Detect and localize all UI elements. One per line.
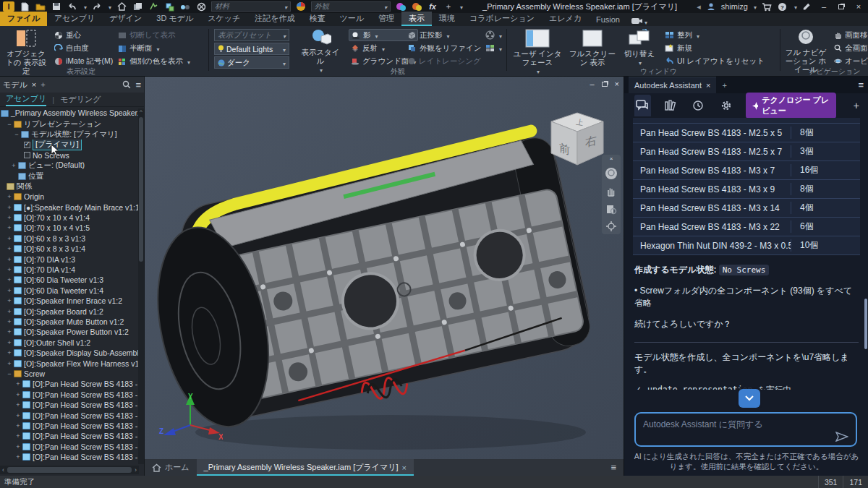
user-name[interactable]: shimizg [721,2,748,11]
lights-combo[interactable]: Default Lights [214,43,289,55]
tree-scroll-up-icon[interactable]: ^ [138,108,144,116]
table-row[interactable]: Pan Head Screw BS 4183 - M3 x 22 6個 [633,217,860,236]
close-button[interactable]: × [852,1,865,12]
assistant-add-tab-icon[interactable]: + [722,81,726,90]
home-doc-tab[interactable]: ホーム [145,459,197,476]
tab-inspect[interactable]: 検査 [302,12,333,26]
new-file-icon[interactable] [19,1,30,12]
tab-file[interactable]: ファイル [0,12,47,26]
tab-sketch[interactable]: スケッチ [200,12,247,26]
tree-component-node[interactable]: +[O]:Speaker Display Sub-Assembly v1:2 [0,348,139,358]
tree-screw-node[interactable]: +[O]:Pan Head Screw BS 4183 - M2 [0,410,139,420]
visual-preset-combo[interactable]: 表示プリセット [214,29,289,41]
pan-button[interactable]: 画面移動 [832,29,868,41]
quick-access-add-icon[interactable]: + [443,1,454,12]
active-doc-tab[interactable]: _Primary Assembly Wireless Speaker.iam [… [197,459,414,476]
arrange-button[interactable]: 整列 [663,29,767,41]
table-row[interactable]: Pan Head Screw BS 4183 - M3 x 7 16個 [633,160,860,179]
undo-icon[interactable] [67,1,78,12]
tab-environments[interactable]: 環境 [432,12,462,26]
tree-component-node[interactable]: +[O]:Outer Shell v1:2 [0,338,139,348]
tab-annotate[interactable]: 注記を作成 [247,12,302,26]
tree-component-node[interactable]: +[O]:Speaker Board v1:2 [0,306,139,316]
insert-component-icon[interactable] [163,1,175,12]
clear-appearance-icon[interactable] [411,1,422,12]
appearance-combo[interactable]: 外観 [311,1,391,12]
collapse-title-icon[interactable]: ◂ [697,2,701,12]
viewport-minimize-icon[interactable]: – [590,80,594,88]
tree-component-node[interactable]: +[O]:60 Dia Tweeter v1:4 [0,286,139,296]
assistant-chat-scroll[interactable]: Pan Head Screw BS 4183 - M2.5 x 5 8個 Pan… [624,118,868,390]
nav-toolbar-close-icon[interactable]: × [610,157,613,161]
tab-design[interactable]: デザイン [102,12,149,26]
orthographic-button[interactable]: 正投影 [405,29,483,41]
tree-screw-node[interactable]: +[O]:Pan Head Screw BS 4183 - M2 [0,442,139,452]
viewport-restore-icon[interactable] [602,82,608,87]
open-file-icon[interactable] [35,1,46,12]
joint-icon[interactable] [179,1,191,12]
cart-icon[interactable] [761,1,773,12]
scroll-to-bottom-button[interactable] [739,389,760,408]
tree-screw-node[interactable]: +[O]:Pan Head Screw BS 4183 - M2 [0,400,139,410]
subtab-assembly[interactable]: アセンブリ [6,93,46,106]
viewport-close-icon[interactable]: × [615,80,619,88]
help-icon[interactable]: ? [777,1,788,12]
degrees-of-freedom-button[interactable]: 自由度 [52,42,115,54]
user-caret-icon[interactable] [752,2,757,11]
primary-state-checkbox[interactable] [24,142,30,148]
reset-ui-button[interactable]: UI レイアウトをリセット [663,55,767,67]
nav-wheel-tool-icon[interactable] [605,167,618,180]
model-panel-tab[interactable]: モデル [3,80,27,90]
tree-component-node[interactable]: +[O]:70 x 10 x 4 v1:4 [0,213,139,223]
tree-component-node[interactable]: +[O]:60 x 8 x 3 v1:4 [0,244,139,254]
model-panel-tab-close-icon[interactable]: × [32,80,36,89]
texture-display-button[interactable] [483,42,504,54]
chat-tab-icon[interactable] [634,95,651,116]
assistant-tab-close-icon[interactable]: × [706,81,710,90]
tree-node-relations[interactable]: 関係 [0,181,139,192]
tree-component-node[interactable]: +[O]:60 Dia Tweeter v1:3 [0,275,139,285]
send-icon[interactable] [835,432,848,442]
tab-view[interactable]: 表示 [401,12,432,26]
tab-assembly[interactable]: アセンブリ [47,12,102,26]
feedback-icon[interactable] [801,1,813,12]
table-row[interactable]: Pan Head Screw BS 4183 - M3 x 14 4個 [633,198,860,217]
tree-component-node[interactable]: +[O]:Speaker Flex Wire Harness v1:3 [0,358,139,368]
assistant-input[interactable]: Autodesk Assistant に質問する [634,412,857,447]
doc-tab-close-icon[interactable]: × [402,463,407,472]
redo-caret-icon[interactable] [107,2,111,11]
tree-scroll-left-icon[interactable]: ‹ [2,466,4,474]
tree-node-representations[interactable]: −リプレゼンテーション [0,119,139,129]
tree-node-screw-folder[interactable]: −Screw [0,369,139,379]
tree-screw-node[interactable]: +[O]:Pan Head Screw BS 4183 - M3 [0,431,139,441]
tree-vertical-scrollbar[interactable]: ^ [138,108,144,464]
tree-node-primary-state[interactable]: [プライマリ] [0,140,139,150]
camera-record-icon[interactable] [631,16,643,26]
new-chat-icon[interactable]: + [848,100,861,111]
tab-manage[interactable]: 管理 [371,12,401,26]
pan-tool-icon[interactable] [605,186,617,197]
library-tab-icon[interactable] [663,95,679,116]
tree-component-node[interactable]: +[O]:70 DIA v1:4 [0,265,139,275]
help-caret-icon[interactable] [793,2,797,11]
theme-combo[interactable]: ダーク [214,56,289,69]
inventor-logo-icon[interactable]: I [3,1,14,12]
ray-tracing-button[interactable]: レイトレーシング [405,55,483,67]
section-view-button[interactable]: 切断して表示 [116,29,192,41]
orbit-button[interactable]: オービット [832,55,868,67]
user-avatar-icon[interactable] [705,1,717,12]
table-row[interactable]: Pan Head Screw BS 4183 - M2.5 x 5 8個 [633,123,860,142]
settings-gear-icon[interactable] [718,95,735,116]
tree-screw-node[interactable]: +[O]:Pan Head Screw BS 4183 - M3 [0,452,139,462]
component-colors-button[interactable]: 個別の色を表示 [116,55,192,67]
tree-component-node[interactable]: +[O]:Speaker Mute Button v1:2 [0,317,139,327]
half-section-button[interactable]: 半断面 [116,42,192,54]
table-row[interactable]: Pan Head Screw BS 4183 - M3 x 9 8個 [633,179,860,198]
save-icon[interactable] [51,1,62,12]
undo-caret-icon[interactable] [82,2,87,11]
new-window-button[interactable]: 新規 [663,42,767,54]
tab-3d-model[interactable]: 3D モデル [149,12,200,26]
zoom-tool-icon[interactable] [605,203,617,215]
center-of-gravity-button[interactable]: 重心 [52,29,115,41]
no-screws-checkbox[interactable] [24,152,30,158]
